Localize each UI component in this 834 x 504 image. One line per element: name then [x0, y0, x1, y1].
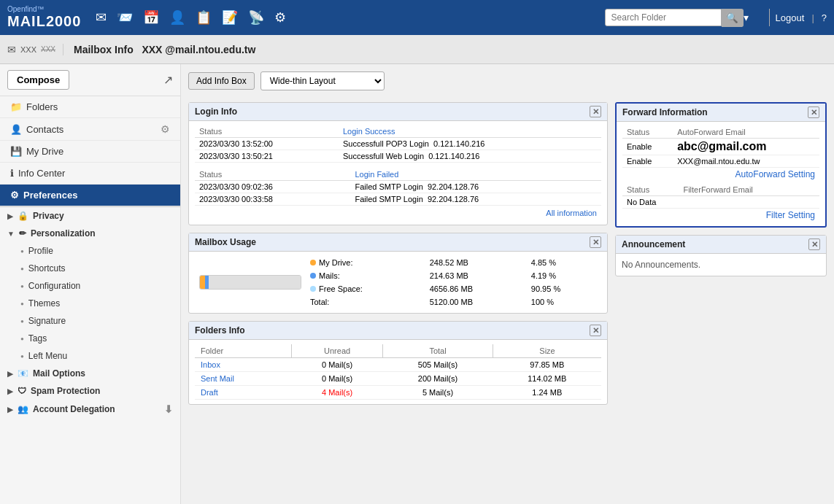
status-col-header2: Status	[195, 168, 350, 181]
sentmail-unread: 0 Mail(s)	[292, 372, 383, 386]
filter-setting-link[interactable]: Filter Setting	[766, 210, 815, 220]
sidebar-privacy[interactable]: ▶ 🔒 Privacy	[0, 207, 180, 225]
personalization-icon: ✏	[19, 228, 26, 239]
drive-dot	[310, 260, 316, 265]
sidebar-item-infocenter[interactable]: ℹ Info Center	[0, 163, 180, 185]
forward-table-header: Status AutoForward Email	[622, 126, 819, 139]
bullet-icon: ●	[20, 318, 24, 325]
failed-desc-1: Failed SMTP Login 92.204.128.76	[350, 181, 601, 193]
sidebar-preferences-label: Preferences	[23, 190, 77, 201]
sidebar-mail-options[interactable]: ▶ 📧 Mail Options	[0, 365, 180, 382]
usage-bar	[199, 275, 301, 290]
sentmail-total: 200 Mail(s)	[382, 372, 493, 386]
draft-folder-link[interactable]: Draft	[201, 388, 218, 397]
personalization-arrow-icon: ▼	[7, 230, 15, 238]
sentmail-folder-link[interactable]: Sent Mail	[201, 374, 234, 383]
sidebar-item-configuration[interactable]: ● Configuration	[0, 277, 180, 295]
sidebar: Compose ↗ 📁 Folders 👤 Contacts ⚙ 💾 My Dr…	[0, 64, 181, 504]
compose-nav-icon[interactable]: ✉	[96, 9, 107, 26]
autoforward-setting-link-container: AutoForward Setting	[622, 168, 819, 181]
login-failed-table: Status Login Failed 2023/03/30 09:02:36 …	[195, 168, 601, 206]
sidebar-item-contacts[interactable]: 👤 Contacts ⚙	[0, 118, 180, 141]
help-button[interactable]: ?	[822, 12, 827, 23]
sidebar-item-profile[interactable]: ● Profile	[0, 242, 180, 260]
sidebar-item-signature[interactable]: ● Signature	[0, 312, 180, 330]
delegation-icon: 👥	[18, 404, 28, 414]
calendar-nav-icon[interactable]: 📅	[143, 9, 159, 26]
filter-forward-table: Status FilterForward Email No Data	[622, 184, 819, 209]
wifi-nav-icon[interactable]: 📡	[248, 9, 264, 26]
xxx-label: XXX	[41, 45, 55, 53]
size-col-header: Size	[493, 344, 601, 358]
mydrive-pct: 4.85 %	[527, 256, 601, 269]
top-navigation: Openfind™ MAIL2000 ✉ 📨 📅 👤 📋 📝 📡 ⚙ 🔍 ▾ L…	[0, 0, 834, 35]
sidebar-item-tags[interactable]: ● Tags	[0, 330, 180, 347]
contacts-nav-icon[interactable]: 👤	[169, 9, 185, 26]
sidebar-item-preferences[interactable]: ⚙ Preferences	[0, 185, 180, 206]
search-button[interactable]: 🔍	[722, 9, 744, 27]
nav-icons: ✉ 📨 📅 👤 📋 📝 📡 ⚙	[96, 9, 604, 26]
forward-info-content: Status AutoForward Email Enable abc@gmai…	[617, 122, 825, 226]
autoforward-setting-link[interactable]: AutoForward Setting	[735, 169, 815, 179]
mailbox-usage-close-button[interactable]: ✕	[590, 236, 601, 248]
left-column: Login Info ✕ Status Login Success	[188, 102, 608, 405]
compose-button[interactable]: Compose	[7, 70, 69, 90]
sidebar-item-folders[interactable]: 📁 Folders	[0, 96, 180, 118]
new-window-icon[interactable]: ↗	[163, 73, 173, 87]
personalization-label: Personalization	[31, 228, 96, 239]
total-col-header: Total	[382, 344, 493, 358]
delegation-arrow-icon: ▶	[7, 406, 13, 414]
sidebar-folders-label: Folders	[26, 101, 58, 112]
failed-desc-2: Failed SMTP Login 92.204.128.76	[350, 193, 601, 206]
tasks-nav-icon[interactable]: 📋	[196, 9, 212, 26]
login-info-close-button[interactable]: ✕	[590, 106, 601, 117]
shortcuts-label: Shortcuts	[28, 263, 66, 274]
add-info-box-button[interactable]: Add Info Box	[188, 72, 255, 90]
mailbox-usage-content: My Drive: 248.52 MB 4.85 % Mails: 214.63…	[189, 252, 607, 313]
failed-date-1: 2023/03/30 09:02:36	[195, 181, 350, 193]
sidebar-personalization[interactable]: ▼ ✏ Personalization	[0, 225, 180, 242]
forward-email-2: XXX@mail.ntou.edu.tw	[673, 155, 819, 168]
search-dropdown-icon[interactable]: ▾	[744, 12, 749, 23]
unread-col-header: Unread	[292, 344, 383, 358]
privacy-arrow-icon: ▶	[7, 212, 13, 220]
sidebar-spam-protection[interactable]: ▶ 🛡 Spam Protection	[0, 382, 180, 400]
mailbox-usage-header: Mailbox Usage ✕	[189, 233, 607, 252]
sidebar-item-mydrive[interactable]: 💾 My Drive	[0, 141, 180, 163]
settings-nav-icon[interactable]: ⚙	[274, 9, 286, 26]
inbox-folder-link[interactable]: Inbox	[201, 360, 220, 369]
mails-row-label: Mails:	[306, 269, 425, 282]
bullet-icon: ●	[20, 301, 24, 307]
folders-info-close-button[interactable]: ✕	[590, 325, 601, 336]
notes-nav-icon[interactable]: 📝	[222, 9, 238, 26]
sidebar-item-leftmenu[interactable]: ● Left Menu	[0, 347, 180, 365]
announcement-close-button[interactable]: ✕	[808, 239, 820, 250]
inbox-total: 505 Mail(s)	[382, 358, 493, 372]
forward-info-close-button[interactable]: ✕	[808, 106, 819, 118]
inbox-nav-icon[interactable]: 📨	[117, 9, 133, 26]
login-success-table: Status Login Success 2023/03/30 13:52:00…	[195, 125, 601, 163]
announcement-header: Announcement ✕	[616, 236, 826, 254]
sidebar-account-delegation[interactable]: ▶ 👥 Account Delegation ⬇	[0, 400, 180, 419]
forward-row-2: Enable XXX@mail.ntou.edu.tw	[622, 155, 819, 168]
logout-button[interactable]: Logout	[776, 12, 805, 23]
sidebar-item-shortcuts[interactable]: ● Shortcuts	[0, 260, 180, 277]
bullet-icon: ●	[20, 283, 24, 290]
all-info-link[interactable]: All information	[546, 209, 597, 217]
login-success-row-2: 2023/03/30 13:50:21 Successfull Web Logi…	[195, 150, 601, 163]
themes-label: Themes	[28, 298, 60, 309]
login-failed-header: Login Failed	[350, 168, 601, 181]
forward-row-1: Enable abc@gmail.com	[622, 139, 819, 155]
layout-select[interactable]: Wide-thin Layout Wide Layout Two Column …	[260, 71, 385, 90]
success-date-2: 2023/03/30 13:50:21	[195, 150, 339, 163]
mydrive-icon: 💾	[10, 146, 22, 157]
forward-email-col: AutoForward Email	[673, 126, 819, 139]
search-input[interactable]	[605, 9, 722, 26]
freespace-size: 4656.86 MB	[425, 282, 527, 295]
login-success-header: Login Success	[339, 125, 601, 138]
contacts-settings-icon[interactable]: ⚙	[161, 123, 170, 135]
forward-table: Status AutoForward Email Enable abc@gmai…	[622, 126, 819, 168]
failed-date-2: 2023/03/30 00:33:58	[195, 193, 350, 206]
status-col-header: Status	[195, 125, 339, 138]
sidebar-item-themes[interactable]: ● Themes	[0, 295, 180, 312]
